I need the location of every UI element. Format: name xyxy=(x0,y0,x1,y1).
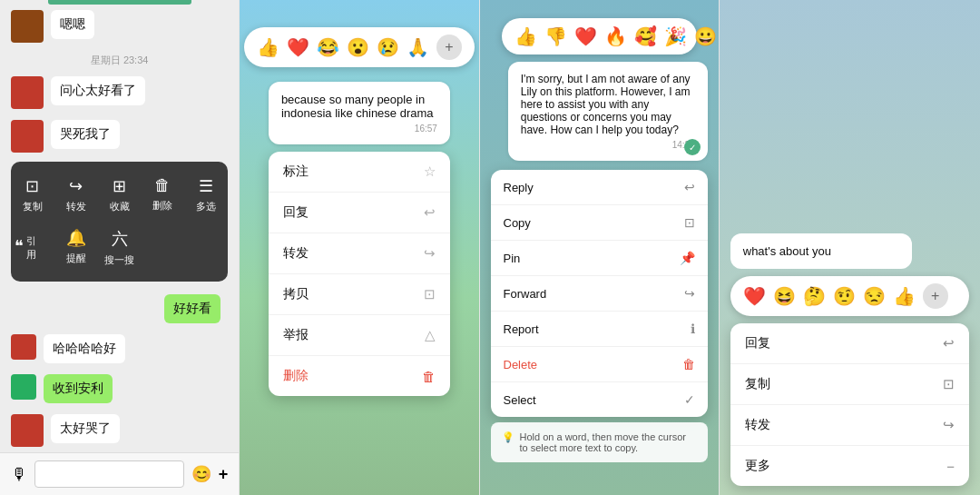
emoji-surprised[interactable]: 😮 xyxy=(347,36,369,58)
emoji-thinking[interactable]: 🤔 xyxy=(803,285,826,307)
reply-icon: ↩ xyxy=(943,335,955,351)
emoji-reaction-bar[interactable]: 👍 👎 ❤️ 🔥 🥰 🎉 😀 xyxy=(502,18,697,54)
delete-icon: 🗑 xyxy=(422,369,436,384)
emoji-thumbsup[interactable]: 👍 xyxy=(257,36,279,58)
hint-icon: 💡 xyxy=(502,431,514,443)
avatar xyxy=(11,374,36,400)
emoji-heart[interactable]: ❤️ xyxy=(743,285,766,307)
context-menu-item-multiselect[interactable]: ☰ 多选 xyxy=(184,169,228,221)
context-menu-item-reply[interactable]: Reply ↩ xyxy=(491,170,708,205)
emoji-fire[interactable]: 🔥 xyxy=(604,25,627,47)
context-menu-item-reply[interactable]: 回复 ↩ xyxy=(269,193,450,233)
audio-icon[interactable]: 🎙 xyxy=(11,465,27,484)
emoji-icon[interactable]: 😊 xyxy=(191,464,211,484)
message-bubble: because so many people in indonesia like… xyxy=(269,82,450,144)
favorite-icon: ⊞ xyxy=(113,176,126,196)
message-area: what's about you xyxy=(730,18,969,276)
context-menu-item-reply[interactable]: 回复 ↩ xyxy=(730,323,969,364)
report-icon: △ xyxy=(425,327,436,343)
emoji-skeptical[interactable]: 🤨 xyxy=(833,285,856,307)
list-icon: ☰ xyxy=(199,176,213,196)
context-menu-item-forward[interactable]: 转发 ↪ xyxy=(730,405,969,446)
context-menu-item-remind[interactable]: 🔔 提醒 xyxy=(54,221,98,274)
emoji-heart[interactable]: ❤️ xyxy=(287,36,309,58)
context-menu-item-forward[interactable]: 转发 ↪ xyxy=(269,233,450,274)
message-input[interactable] xyxy=(34,460,184,488)
context-menu: Reply ↩ Copy ⊡ Pin 📌 Forward ↪ Report ℹ … xyxy=(491,170,708,417)
reply-icon: ↩ xyxy=(424,204,436,221)
emoji-heart[interactable]: ❤️ xyxy=(574,25,597,47)
context-menu-item-more[interactable]: 更多 − xyxy=(730,446,969,486)
check-circle-icon: ✓ xyxy=(684,392,695,407)
context-menu-item-forward[interactable]: Forward ↪ xyxy=(491,276,708,312)
context-menu-item-quote[interactable]: ❝ 引用 xyxy=(11,221,54,274)
message-time: 14:31 xyxy=(521,140,695,150)
copy-icon: ⊡ xyxy=(684,215,695,230)
message-bubble: 哈哈哈哈好 xyxy=(44,334,125,363)
emoji-reaction-bar[interactable]: 👍 ❤️ 😂 😮 😢 🙏 + xyxy=(244,27,475,67)
pin-icon: 📌 xyxy=(680,251,695,265)
emoji-pray[interactable]: 🙏 xyxy=(407,36,429,58)
emoji-sparkles[interactable]: 🎉 xyxy=(664,25,687,47)
context-menu-item-search[interactable]: 六 搜一搜 xyxy=(98,221,142,274)
context-menu-item-forward[interactable]: ↪ 转发 xyxy=(54,169,98,221)
selection-hint: 💡 Hold on a word, then move the cursor t… xyxy=(491,422,708,462)
copy-icon: ⊡ xyxy=(424,286,436,302)
message-area: 👍 👎 ❤️ 🔥 🥰 🎉 😀 ✓ I'm sorry, but I am not… xyxy=(480,9,719,170)
list-item: 哈哈哈哈好 xyxy=(0,331,239,367)
context-menu-item-select[interactable]: Select ✓ xyxy=(491,382,708,417)
emoji-sad[interactable]: 😢 xyxy=(377,36,399,58)
quote-icon: ❝ xyxy=(15,236,26,256)
bell-icon: 🔔 xyxy=(66,228,86,248)
list-item: 收到安利 xyxy=(0,371,239,407)
context-menu-item-annotate[interactable]: 标注 ☆ xyxy=(269,152,450,193)
check-icon: ✓ xyxy=(684,139,701,155)
emoji-thumbsup[interactable]: 👍 xyxy=(893,285,916,307)
panel-context-menu-english: 👍 👎 ❤️ 🔥 🥰 🎉 😀 ✓ I'm sorry, but I am not… xyxy=(480,0,719,495)
top-progress-bar xyxy=(48,0,191,5)
context-menu-item-copy[interactable]: 拷贝 ⊡ xyxy=(269,274,450,315)
context-menu-item-report[interactable]: Report ℹ xyxy=(491,312,708,347)
search-icon: 六 xyxy=(112,228,128,250)
context-menu: ⊡ 复制 ↪ 转发 ⊞ 收藏 🗑 删除 ☰ 多选 ❝ 引用 🔔 提醒 六 搜 xyxy=(11,162,228,282)
star-icon: ☆ xyxy=(424,163,436,180)
avatar xyxy=(11,334,36,360)
add-icon[interactable]: + xyxy=(219,465,229,484)
context-menu-item-pin[interactable]: Pin 📌 xyxy=(491,241,708,276)
forward-icon: ↪ xyxy=(684,286,695,301)
list-item: 嗯嗯 xyxy=(0,6,239,46)
panel-context-menu-chinese: 👍 ❤️ 😂 😮 😢 🙏 + because so many people in… xyxy=(240,0,478,495)
message-bubble: ✓ I'm sorry, but I am not aware of any L… xyxy=(508,62,708,161)
emoji-reaction-bar[interactable]: ❤️ 😆 🤔 🤨 😒 👍 + xyxy=(730,276,969,316)
emoji-smile[interactable]: 😀 xyxy=(694,25,717,47)
list-item: 问心太好看了 xyxy=(0,73,239,113)
emoji-laugh[interactable]: 😂 xyxy=(317,36,339,58)
more-reactions-button[interactable]: + xyxy=(923,283,948,309)
info-icon: ℹ xyxy=(691,322,695,336)
message-bubble: 太好哭了 xyxy=(51,414,120,443)
context-menu-item-delete[interactable]: 删除 🗑 xyxy=(269,356,450,396)
message-bubble: 嗯嗯 xyxy=(51,10,94,39)
input-bar: 🎙 😊 + xyxy=(0,452,239,495)
context-menu-item-delete[interactable]: Delete 🗑 xyxy=(491,347,708,382)
panel-wechat-chinese: 嗯嗯 星期日 23:34 问心太好看了 哭死我了 ⊡ 复制 ↪ 转发 ⊞ 收藏 … xyxy=(0,0,239,495)
emoji-thumbsdown[interactable]: 👎 xyxy=(544,25,567,47)
forward-icon: ↪ xyxy=(943,417,955,433)
emoji-love[interactable]: 🥰 xyxy=(634,25,657,47)
timestamp: 星期日 23:34 xyxy=(0,48,239,71)
list-item: 哭死我了 xyxy=(0,116,239,156)
emoji-unamused[interactable]: 😒 xyxy=(863,285,886,307)
copy-icon: ⊡ xyxy=(943,376,955,392)
context-menu-item-report[interactable]: 举报 △ xyxy=(269,315,450,356)
forward-icon: ↪ xyxy=(69,176,83,196)
more-reactions-button[interactable]: + xyxy=(436,35,462,60)
avatar xyxy=(11,414,44,447)
context-menu-item-copy[interactable]: 复制 ⊡ xyxy=(730,364,969,405)
emoji-thumbsup[interactable]: 👍 xyxy=(514,25,537,47)
context-menu-item-delete[interactable]: 🗑 删除 xyxy=(142,169,185,221)
context-menu-item-favorite[interactable]: ⊞ 收藏 xyxy=(98,169,142,221)
context-menu-item-copy[interactable]: ⊡ 复制 xyxy=(11,169,54,221)
context-menu-item-copy[interactable]: Copy ⊡ xyxy=(491,205,708,241)
message-bubble: what's about you xyxy=(730,233,912,269)
emoji-laugh[interactable]: 😆 xyxy=(773,285,796,307)
